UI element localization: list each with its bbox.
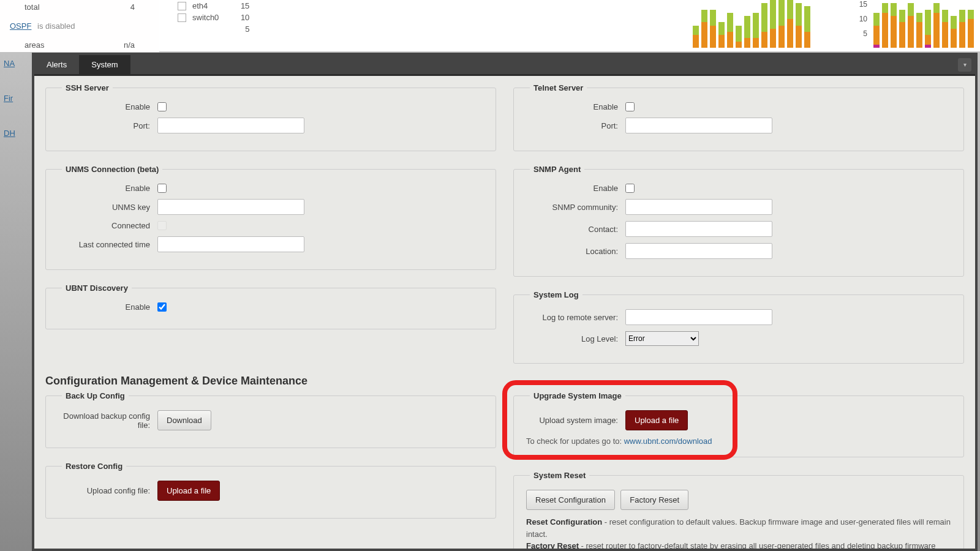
reset-desc2-title: Factory Reset — [526, 541, 579, 549]
iface-name: switch0 — [192, 13, 219, 22]
legend: Restore Config — [62, 462, 126, 471]
iface-name: eth4 — [192, 1, 208, 10]
iface-row[interactable]: eth4 15 — [165, 0, 262, 12]
iface-num: 15 — [225, 1, 249, 10]
update-text: To check for updates go to: — [526, 437, 624, 446]
charts-area: eth4 15 switch0 10 5 15 10 5 — [159, 0, 980, 51]
label: areas — [24, 40, 45, 50]
upgrade-image-fieldset: Upgrade System Image Upload system image… — [513, 391, 964, 457]
legend: SNMP Agent — [530, 165, 584, 174]
y-tick: 15 — [859, 0, 867, 9]
snmp-contact-input[interactable] — [625, 221, 772, 237]
upload-config-button[interactable]: Upload a file — [157, 481, 220, 501]
syslog-fieldset: System Log Log to remote server: Log Lev… — [513, 290, 964, 364]
telnet-enable-checkbox[interactable] — [625, 102, 635, 111]
restore-config-fieldset: Restore Config Upload config file: Uploa… — [45, 462, 496, 519]
port-label: Port: — [58, 121, 150, 130]
ssh-port-input[interactable] — [157, 118, 304, 133]
system-panel: Alerts System ▾ SSH Server Enable Port: … — [32, 53, 978, 551]
ssh-server-fieldset: SSH Server Enable Port: — [45, 83, 496, 151]
snmp-fieldset: SNMP Agent Enable SNMP community: Contac… — [513, 165, 964, 277]
iface-num: 10 — [225, 13, 249, 22]
snmp-enable-checkbox[interactable] — [625, 184, 635, 193]
y-tick: 5 — [863, 29, 867, 38]
tab-alerts[interactable]: Alerts — [34, 55, 79, 74]
nav-link[interactable]: Fir — [4, 94, 28, 103]
remote-label: Log to remote server: — [526, 313, 618, 322]
loglevel-label: Log Level: — [526, 334, 618, 343]
legend: System Reset — [530, 471, 589, 480]
snmp-location-input[interactable] — [625, 243, 772, 259]
connected-label: Connected — [58, 221, 150, 230]
unms-enable-checkbox[interactable] — [157, 184, 167, 193]
backup-label: Download backup config file: — [58, 411, 150, 430]
panel-body: SSH Server Enable Port: UNMS Connection … — [34, 74, 975, 549]
unms-fieldset: UNMS Connection (beta) Enable UNMS key C… — [45, 165, 496, 270]
sidebar-links-truncated: NA Fir DH — [0, 53, 32, 144]
iface-row[interactable]: switch0 10 — [165, 12, 262, 23]
factory-reset-button[interactable]: Factory Reset — [620, 490, 688, 510]
enable-label: Enable — [526, 184, 618, 193]
restore-label: Upload config file: — [58, 486, 150, 495]
unms-connected-indicator — [157, 221, 167, 230]
loglevel-select[interactable]: Error — [625, 331, 699, 346]
upload-label: Upload system image: — [526, 416, 618, 425]
legend: UNMS Connection (beta) — [62, 165, 162, 174]
telnet-port-input[interactable] — [625, 118, 772, 133]
y-axis: 15 10 5 — [859, 0, 867, 42]
enable-label: Enable — [526, 102, 618, 111]
system-reset-fieldset: System Reset Reset Configuration Factory… — [513, 471, 964, 549]
ubnt-enable-checkbox[interactable] — [157, 302, 167, 312]
legend: SSH Server — [62, 83, 113, 92]
ssh-enable-checkbox[interactable] — [157, 102, 167, 111]
y-tick: 10 — [859, 15, 867, 23]
nav-link[interactable]: NA — [4, 59, 28, 68]
enable-label: Enable — [58, 302, 150, 312]
unms-last-input[interactable] — [157, 236, 304, 252]
checkbox-icon[interactable] — [178, 2, 186, 10]
value: 4 — [130, 2, 135, 12]
syslog-remote-input[interactable] — [625, 309, 772, 325]
telnet-fieldset: Telnet Server Enable Port: — [513, 83, 964, 151]
value: n/a — [124, 40, 135, 50]
side-panel: total 4 OSPF is disabled areas n/a — [0, 0, 159, 52]
key-label: UNMS key — [58, 203, 150, 212]
interface-legend: eth4 15 switch0 10 5 — [165, 0, 262, 35]
cfg-mgmt-heading: Configuration Management & Device Mainte… — [45, 375, 964, 388]
nav-link[interactable]: DH — [4, 129, 28, 138]
collapse-icon[interactable]: ▾ — [958, 58, 971, 72]
contact-label: Contact: — [526, 225, 618, 234]
unms-key-input[interactable] — [157, 199, 304, 215]
reset-config-button[interactable]: Reset Configuration — [526, 490, 615, 510]
ubnt-discovery-fieldset: UBNT Discovery Enable — [45, 283, 496, 329]
legend: Upgrade System Image — [530, 391, 625, 400]
legend: Back Up Config — [62, 391, 129, 400]
panel-tabs: Alerts System ▾ — [34, 55, 975, 74]
enable-label: Enable — [58, 102, 150, 111]
backup-config-fieldset: Back Up Config Download backup config fi… — [45, 391, 496, 448]
chart-1 — [693, 0, 810, 48]
reset-desc2: - reset router to factory-default state … — [526, 541, 935, 549]
checkbox-icon[interactable] — [178, 13, 186, 22]
last-label: Last connected time — [58, 240, 150, 249]
label: total — [24, 2, 40, 12]
enable-label: Enable — [58, 184, 150, 193]
areas-row: areas n/a — [6, 38, 153, 52]
ospf-status: is disabled — [37, 21, 75, 31]
community-label: SNMP community: — [526, 203, 618, 212]
snmp-community-input[interactable] — [625, 199, 772, 215]
dashboard-background: total 4 OSPF is disabled areas n/a eth4 … — [0, 0, 980, 52]
ospf-link[interactable]: OSPF — [10, 21, 31, 31]
location-label: Location: — [526, 247, 618, 256]
chart-2 — [873, 0, 974, 48]
legend: UBNT Discovery — [62, 283, 132, 293]
y-tick: 5 — [225, 24, 249, 34]
download-button[interactable]: Download — [157, 410, 211, 430]
port-label: Port: — [526, 121, 618, 130]
update-link[interactable]: www.ubnt.com/download — [624, 437, 712, 446]
tab-system[interactable]: System — [79, 55, 130, 74]
legend: Telnet Server — [530, 83, 587, 92]
reset-desc1-title: Reset Configuration — [526, 517, 602, 527]
routes-total-row: total 4 — [6, 0, 153, 14]
upload-image-button[interactable]: Upload a file — [625, 410, 688, 430]
